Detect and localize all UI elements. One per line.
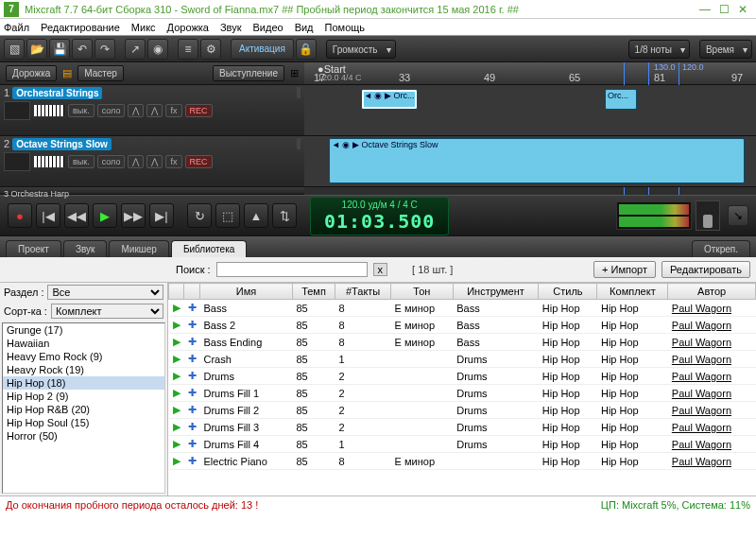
search-input[interactable] xyxy=(216,262,368,277)
sort-select[interactable]: Комплект xyxy=(51,304,163,319)
add-icon[interactable]: ✚ xyxy=(184,368,200,385)
menu-Видео[interactable]: Видео xyxy=(253,22,284,33)
mute-button[interactable]: вык. xyxy=(68,155,94,168)
table-row[interactable]: ▶✚Drums852DrumsHip HopHip HopPaul Wagorn xyxy=(169,368,756,385)
pan-slider[interactable] xyxy=(299,86,301,99)
burn-button[interactable]: ◉ xyxy=(147,39,168,60)
category-item[interactable]: Hip Hop (18) xyxy=(3,376,164,390)
loop-button[interactable]: ↻ xyxy=(187,203,212,228)
menu-Вид[interactable]: Вид xyxy=(295,22,314,33)
play-icon[interactable]: ▶ xyxy=(169,300,184,317)
category-item[interactable]: Hip Hop Soul (15) xyxy=(3,416,164,429)
automation-button[interactable]: ⋀ xyxy=(128,155,144,168)
save-button[interactable]: 💾 xyxy=(49,39,70,60)
table-row[interactable]: ▶✚Drums Fill 3852DrumsHip HopHip HopPaul… xyxy=(169,419,756,436)
add-icon[interactable]: ✚ xyxy=(184,436,200,453)
punch-button[interactable]: ⬚ xyxy=(215,203,240,228)
play-icon[interactable]: ▶ xyxy=(169,317,184,334)
column-header[interactable]: Стиль xyxy=(539,284,597,300)
pan-slider[interactable] xyxy=(299,137,301,150)
forward-end-button[interactable]: ▶| xyxy=(149,203,174,228)
prefs-button[interactable]: ⚙ xyxy=(200,39,221,60)
timeline-ruler[interactable]: ●Start 120.0 4/4 C 17 33 49 65 81 97 130… xyxy=(304,62,756,85)
forward-button[interactable]: ▶▶ xyxy=(121,203,146,228)
arm-button[interactable]: REC xyxy=(185,104,213,117)
track-row[interactable]: 2 Octave Strings Slow вык.соло⋀⋀fxREC xyxy=(0,136,304,187)
detach-button[interactable]: Откреп. xyxy=(692,240,750,257)
snap-dropdown[interactable]: 1/8 ноты xyxy=(628,40,690,59)
clip[interactable]: ◄ ◉ ▶ Orc... xyxy=(361,89,418,110)
category-list[interactable]: Grunge (17)HawaiianHeavy Emo Rock (9)Hea… xyxy=(2,322,165,494)
table-row[interactable]: ▶✚Drums Fill 2852DrumsHip HopHip HopPaul… xyxy=(169,402,756,419)
add-icon[interactable]: ✚ xyxy=(184,351,200,368)
category-item[interactable]: Horror (50) xyxy=(3,429,164,443)
timeline-track[interactable]: ◄ ◉ ▶ Orc... Orc... xyxy=(304,85,756,136)
jump-button[interactable]: ↘ xyxy=(728,205,748,226)
column-header[interactable] xyxy=(169,284,184,300)
add-icon[interactable]: ✚ xyxy=(184,453,200,470)
solo-button[interactable]: соло xyxy=(97,155,126,168)
cell-author[interactable]: Paul Wagorn xyxy=(668,385,756,402)
category-item[interactable]: Hip Hop R&B (20) xyxy=(3,403,164,416)
cell-author[interactable]: Paul Wagorn xyxy=(668,436,756,453)
import-button[interactable]: + Импорт xyxy=(593,261,656,278)
clear-search-button[interactable]: x xyxy=(373,263,388,276)
table-row[interactable]: ▶✚Drums Fill 1852DrumsHip HopHip HopPaul… xyxy=(169,385,756,402)
add-icon[interactable]: ✚ xyxy=(184,402,200,419)
table-row[interactable]: ▶✚Bass 2858E минорBassHip HopHip HopPaul… xyxy=(169,317,756,334)
column-header[interactable]: Имя xyxy=(200,284,293,300)
publish-button[interactable]: ↗ xyxy=(125,39,146,60)
cell-author[interactable]: Paul Wagorn xyxy=(668,300,756,317)
keyboard-icon[interactable] xyxy=(33,104,65,117)
expand-icon[interactable]: ⊞ xyxy=(290,67,299,79)
column-header[interactable]: #Такты xyxy=(335,284,391,300)
lane-button[interactable]: ⋀ xyxy=(146,155,163,168)
timeline-track[interactable]: ◄ ◉ ▶ Octave Strings Slow xyxy=(304,136,756,187)
close-button[interactable]: ✕ xyxy=(733,3,752,16)
play-icon[interactable]: ▶ xyxy=(169,436,184,453)
cell-author[interactable]: Paul Wagorn xyxy=(668,334,756,351)
undo-button[interactable]: ↶ xyxy=(72,39,93,60)
library-table[interactable]: ИмяТемп#ТактыТонИнструментСтильКомплектА… xyxy=(168,283,756,496)
cell-author[interactable]: Paul Wagorn xyxy=(668,368,756,385)
play-icon[interactable]: ▶ xyxy=(169,351,184,368)
column-header[interactable] xyxy=(184,284,200,300)
table-row[interactable]: ▶✚Drums Fill 4851DrumsHip HopHip HopPaul… xyxy=(169,436,756,453)
redo-button[interactable]: ↷ xyxy=(94,39,115,60)
category-item[interactable]: Heavy Rock (19) xyxy=(3,363,164,376)
master-button[interactable]: Мастер xyxy=(77,65,124,81)
play-icon[interactable]: ▶ xyxy=(169,385,184,402)
fx-button[interactable]: fx xyxy=(165,155,181,168)
metronome-button[interactable]: ▲ xyxy=(244,203,268,228)
fx-button[interactable]: fx xyxy=(165,104,181,117)
rewind-button[interactable]: ◀◀ xyxy=(64,203,89,228)
cell-author[interactable]: Paul Wagorn xyxy=(668,453,756,470)
menu-Редактирование[interactable]: Редактирование xyxy=(41,22,120,33)
edit-button[interactable]: Редактировать xyxy=(662,261,750,278)
table-row[interactable]: ▶✚Crash851DrumsHip HopHip HopPaul Wagorn xyxy=(169,351,756,368)
track-row[interactable]: 1 Orchestral Strings вык.соло⋀⋀fxREC xyxy=(0,85,304,136)
add-icon[interactable]: ✚ xyxy=(184,317,200,334)
minimize-button[interactable]: — xyxy=(696,3,714,16)
master-volume-slider[interactable] xyxy=(696,200,720,231)
column-header[interactable]: Тон xyxy=(391,284,454,300)
marker-button[interactable]: ⇅ xyxy=(272,203,297,228)
play-button[interactable]: ▶ xyxy=(93,203,117,228)
play-icon[interactable]: ▶ xyxy=(169,419,184,436)
timeline[interactable]: ●Start 120.0 4/4 C 17 33 49 65 81 97 130… xyxy=(304,62,756,195)
table-row[interactable]: ▶✚Bass Ending858E минорBassHip HopHip Ho… xyxy=(169,334,756,351)
arm-button[interactable]: REC xyxy=(185,155,213,168)
section-select[interactable]: Все xyxy=(47,285,163,300)
activate-button[interactable]: Активация xyxy=(231,39,294,60)
tab-project[interactable]: Проект xyxy=(6,240,61,257)
column-header[interactable]: Темп xyxy=(292,284,335,300)
category-item[interactable]: Hawaiian xyxy=(3,337,164,350)
add-icon[interactable]: ✚ xyxy=(184,385,200,402)
play-icon[interactable]: ▶ xyxy=(169,453,184,470)
column-header[interactable]: Комплект xyxy=(597,284,668,300)
lock-icon[interactable]: 🔒 xyxy=(296,39,317,60)
record-button[interactable]: ● xyxy=(8,203,32,228)
category-item[interactable]: Heavy Emo Rock (9) xyxy=(3,350,164,363)
add-icon[interactable]: ✚ xyxy=(184,419,200,436)
automation-button[interactable]: ⋀ xyxy=(128,104,144,117)
